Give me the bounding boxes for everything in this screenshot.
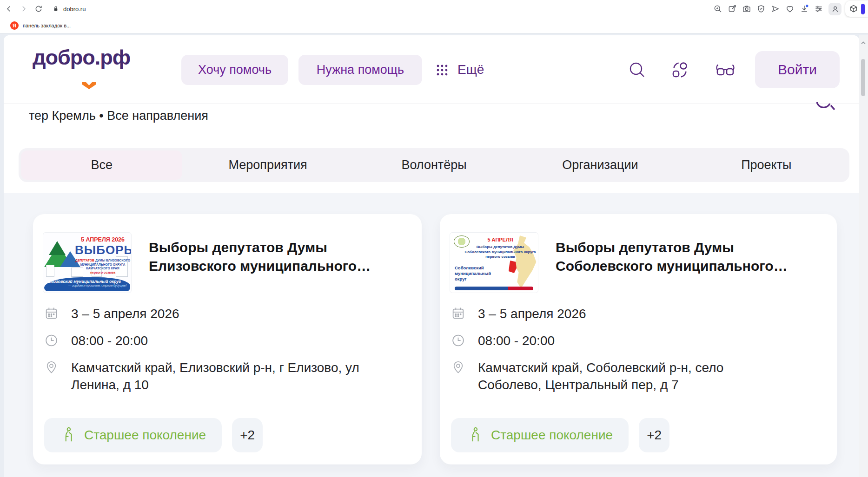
poster-map	[499, 235, 537, 288]
event-tags: Старшее поколение +2	[44, 418, 263, 452]
bookmarks-bar: Я панель закладок в...	[0, 18, 868, 33]
event-card[interactable]: 5 АПРЕЛЯ Выборы депутатов Думы Соболевск…	[440, 214, 837, 464]
event-location-row: Камчатский край, Соболевский р-н, село С…	[451, 359, 826, 393]
reload-icon[interactable]	[34, 5, 43, 13]
scrollbar-thumb[interactable]	[861, 59, 865, 96]
tab-organizations[interactable]: Организации	[519, 150, 681, 180]
need-help-button[interactable]: Нужна помощь	[298, 55, 422, 85]
event-date-row: 3 – 5 апреля 2026	[451, 305, 826, 322]
event-time-row: 08:00 - 20:00	[44, 332, 411, 349]
forward-icon[interactable]	[20, 5, 28, 13]
poster-subtitle: Выборы депутатов Думы Соболевского муниц…	[463, 245, 537, 260]
event-location: Камчатский край, Елизовский р-н, г Елизо…	[71, 359, 362, 393]
event-date: 3 – 5 апреля 2026	[71, 305, 179, 322]
more-tags-badge[interactable]: +2	[639, 418, 669, 452]
share-edit-icon[interactable]	[728, 4, 737, 13]
more-tags-badge[interactable]: +2	[232, 418, 263, 452]
category-tag[interactable]: Старшее поколение	[451, 418, 629, 452]
url-text[interactable]: dobro.ru	[63, 6, 86, 13]
poster-headline: ВЫБОРЫ	[75, 243, 131, 257]
poster-sub-line2: Соболевского муниципального округа	[463, 250, 537, 255]
poster-ribbon: Елизовский муниципальный округ — гордимс…	[44, 277, 130, 291]
filter-tabs: Все Мероприятия Волонтёры Организации Пр…	[19, 148, 849, 182]
site-header: добро.рф Хочу помочь Нужна помощь Ещё Во…	[4, 35, 859, 104]
login-button[interactable]: Войти	[755, 51, 840, 88]
scroll-up-icon[interactable]	[860, 39, 867, 47]
poster-sub-line3: КАМЧАТСКОГО КРАЯ	[74, 267, 132, 271]
want-to-help-button[interactable]: Хочу помочь	[181, 55, 288, 85]
location-pin-icon	[44, 360, 59, 374]
calendar-icon	[451, 306, 465, 320]
camera-icon[interactable]	[742, 4, 751, 13]
poster-region-label: Соболевский муниципальный округ	[455, 265, 494, 282]
search-query-text[interactable]: тер Кремль • Все направления	[29, 109, 208, 123]
site-logo[interactable]: добро.рф	[33, 46, 130, 70]
search-results-bar: тер Кремль • Все направления	[4, 104, 859, 134]
send-icon[interactable]	[771, 4, 780, 13]
category-tag-label: Старшее поколение	[491, 428, 613, 443]
event-time: 08:00 - 20:00	[478, 332, 555, 349]
clock-icon	[451, 333, 465, 347]
yandex-icon[interactable]: Я	[10, 21, 19, 30]
poster-ribbon-slogan: — гордимся прошлым, строим будущее!	[48, 284, 126, 287]
poster-sub-line2: МУНИЦИПАЛЬНОГО ОКРУГА	[74, 263, 132, 267]
event-poster: 5 АПРЕЛЯ 2026 ВЫБОРЫ ДЕПУТАТОВ ДУМЫ ЕЛИЗ…	[43, 232, 132, 293]
extension-pill[interactable]	[861, 4, 865, 14]
calendar-icon	[44, 306, 59, 320]
page-scrollbar[interactable]	[859, 35, 868, 477]
elderly-person-icon	[467, 426, 483, 444]
event-time: 08:00 - 20:00	[71, 332, 148, 349]
zoom-in-icon[interactable]	[713, 4, 722, 13]
tab-volunteers[interactable]: Волонтёры	[353, 150, 515, 180]
poster-building	[46, 265, 54, 277]
poster-sub-line3: первого созыва	[463, 255, 537, 260]
sign-language-icon[interactable]	[669, 60, 690, 82]
poster-subtitle: ДЕПУТАТОВ ДУМЫ ЕЛИЗОВСКОГО МУНИЦИПАЛЬНОГ…	[74, 259, 132, 274]
elderly-person-icon	[60, 426, 76, 444]
search-icon[interactable]	[628, 60, 647, 82]
poster-sub-line4: первого созыва	[74, 271, 132, 275]
logo-heart-mark	[82, 82, 96, 89]
poster-sub-blue: ДУМЫ ЕЛИЗОВСКОГО	[95, 259, 130, 262]
browser-toolbar: dobro.ru	[0, 0, 868, 18]
tab-events[interactable]: Мероприятия	[187, 150, 348, 180]
more-menu[interactable]: Ещё	[457, 62, 484, 77]
event-date-row: 3 – 5 апреля 2026	[44, 305, 411, 322]
event-tags: Старшее поколение +2	[451, 418, 669, 452]
logo-text: добро.рф	[33, 46, 130, 69]
category-tag-label: Старшее поколение	[84, 428, 206, 443]
event-date: 3 – 5 апреля 2026	[478, 305, 586, 322]
poster-map-district	[509, 261, 517, 273]
event-location-row: Камчатский край, Елизовский р-н, г Елизо…	[44, 359, 411, 393]
tab-projects[interactable]: Проекты	[686, 150, 847, 180]
poster-flag-stripe	[455, 287, 533, 290]
apps-grid-icon[interactable]	[435, 63, 449, 79]
web-page: добро.рф Хочу помочь Нужна помощь Ещё Во…	[4, 35, 859, 477]
favorites-heart-icon[interactable]	[785, 4, 795, 13]
tune-sliders-icon[interactable]	[814, 4, 823, 13]
poster-date: 5 АПРЕЛЯ 2026	[75, 236, 131, 243]
category-tag[interactable]: Старшее поколение	[44, 418, 222, 452]
poster-mountain	[49, 241, 66, 255]
event-poster: 5 АПРЕЛЯ Выборы депутатов Думы Соболевск…	[450, 232, 538, 293]
location-pin-icon	[451, 360, 465, 374]
search-submit-icon[interactable]	[815, 101, 837, 115]
tab-all[interactable]: Все	[21, 150, 182, 180]
back-icon[interactable]	[5, 5, 13, 13]
event-title[interactable]: Выборы депутатов Думы Елизовского муници…	[149, 238, 414, 275]
clock-icon	[44, 333, 59, 347]
event-location: Камчатский край, Соболевский р-н, село С…	[478, 359, 738, 393]
download-icon[interactable]	[800, 4, 809, 13]
lock-icon	[52, 5, 60, 13]
extensions-cube-icon[interactable]	[849, 4, 858, 13]
poster-sub-red: ДЕПУТАТОВ	[75, 259, 94, 262]
event-title[interactable]: Выборы депутатов Думы Соболевского муниц…	[556, 238, 821, 275]
bookmark-item[interactable]: панель закладок в...	[23, 23, 71, 28]
poster-date: 5 АПРЕЛЯ	[472, 237, 528, 242]
extensions-panel[interactable]	[845, 1, 868, 17]
shield-check-icon[interactable]	[756, 4, 766, 13]
profile-icon[interactable]	[828, 3, 841, 15]
results-section: 5 АПРЕЛЯ 2026 ВЫБОРЫ ДЕПУТАТОВ ДУМЫ ЕЛИЗ…	[4, 193, 859, 477]
accessibility-glasses-icon[interactable]	[714, 60, 736, 82]
event-card[interactable]: 5 АПРЕЛЯ 2026 ВЫБОРЫ ДЕПУТАТОВ ДУМЫ ЕЛИЗ…	[33, 214, 422, 464]
